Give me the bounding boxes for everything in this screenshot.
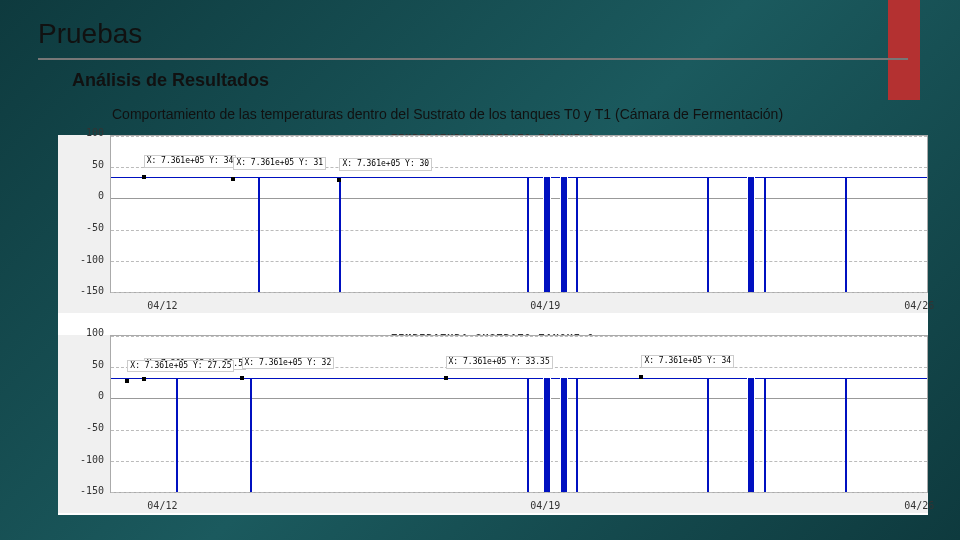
chart-panel-t0: TEMPERATURA SUSTRATO TANQUE 0 -150-100-5… [58,135,928,335]
chart-container: TEMPERATURA SUSTRATO TANQUE 0 -150-100-5… [58,135,928,515]
plot-t0: X: 7.361e+05 Y: 34X: 7.361e+05 Y: 31X: 7… [110,135,928,293]
chart-panel-t1: TEMPERATURA SUSTRATO TANQUE 1 -150-100-5… [58,335,928,513]
title-underline [38,58,908,60]
subtitle: Análisis de Resultados [72,70,269,91]
accent-block [888,0,920,100]
plot-t1: X: 7.361e+05 Y: 30.5X: 7.361e+05 Y: 27.2… [110,335,928,493]
yaxis-t0: -150-100-50050100 [58,135,108,293]
slide: Pruebas Análisis de Resultados Comportam… [0,0,960,540]
yaxis-t1: -150-100-50050100 [58,335,108,493]
description: Comportamiento de las temperaturas dentr… [112,106,783,122]
page-title: Pruebas [38,18,142,50]
